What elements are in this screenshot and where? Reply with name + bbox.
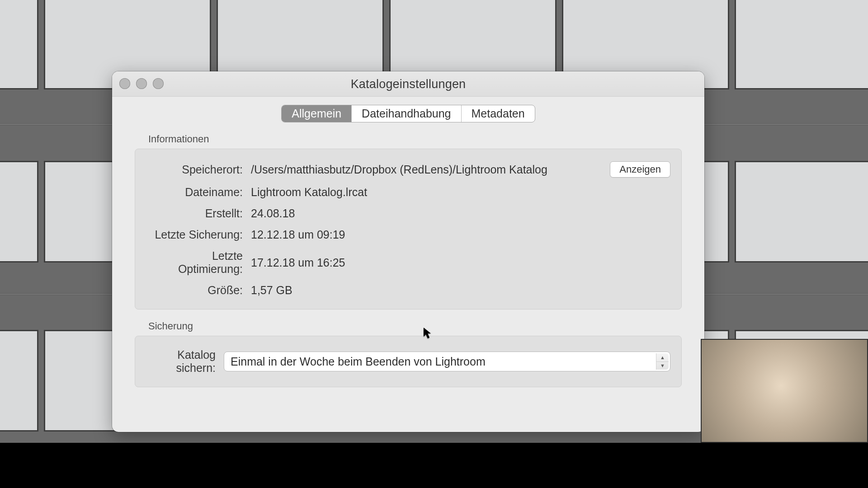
label-created: Erstellt:: [146, 207, 251, 220]
stepper-icon: ▲▼: [656, 353, 669, 370]
label-last-optimize: Letzte Optimierung:: [146, 249, 251, 276]
minimize-icon[interactable]: [136, 78, 147, 89]
section-heading-backup: Sicherung: [148, 320, 682, 332]
titlebar: Katalogeinstellungen: [112, 71, 704, 97]
value-created: 24.08.18: [251, 207, 670, 220]
thumbnail[interactable]: [0, 331, 37, 430]
zoom-icon[interactable]: [153, 78, 164, 89]
label-backup-schedule: Katalog sichern:: [146, 348, 224, 375]
tab-panel-general: Informationen Speicherort: /Users/matthi…: [130, 133, 686, 387]
label-last-backup: Letzte Sicherung:: [146, 228, 251, 241]
letterbox-bottom: [0, 443, 868, 488]
label-size: Größe:: [146, 284, 251, 297]
value-last-optimize: 17.12.18 um 16:25: [251, 256, 670, 269]
thumbnail[interactable]: [736, 162, 868, 261]
tab-metadata[interactable]: Metadaten: [462, 105, 535, 122]
label-location: Speicherort:: [146, 163, 251, 176]
backup-box: Katalog sichern: Einmal in der Woche bei…: [135, 336, 682, 387]
window-controls: [119, 78, 164, 89]
tab-file-handling[interactable]: Dateihandhabung: [352, 105, 461, 122]
webcam-overlay: [701, 339, 868, 443]
dialog-title: Katalogeinstellungen: [112, 71, 704, 97]
backup-schedule-value: Einmal in der Woche beim Beenden von Lig…: [231, 355, 486, 368]
thumbnail[interactable]: [0, 162, 37, 261]
info-box: Speicherort: /Users/matthiasbutz/Dropbox…: [135, 149, 682, 310]
value-last-backup: 12.12.18 um 09:19: [251, 228, 670, 241]
thumbnail[interactable]: [736, 0, 868, 88]
catalog-settings-dialog: Katalogeinstellungen Allgemein Dateihand…: [112, 71, 704, 432]
show-button[interactable]: Anzeigen: [610, 161, 670, 178]
close-icon[interactable]: [119, 78, 130, 89]
value-filename: Lightroom Katalog.lrcat: [251, 186, 670, 199]
tab-bar: Allgemein Dateihandhabung Metadaten: [112, 105, 704, 122]
section-heading-info: Informationen: [148, 133, 682, 145]
label-filename: Dateiname:: [146, 186, 251, 199]
backup-schedule-select[interactable]: Einmal in der Woche beim Beenden von Lig…: [224, 352, 670, 371]
thumbnail[interactable]: [0, 0, 37, 88]
tab-general[interactable]: Allgemein: [282, 105, 352, 122]
value-location: /Users/matthiasbutz/Dropbox (RedLens)/Li…: [251, 163, 610, 176]
value-size: 1,57 GB: [251, 284, 670, 297]
